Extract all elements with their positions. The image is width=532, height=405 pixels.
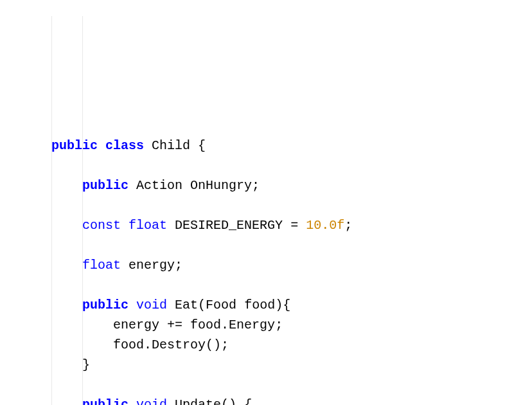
brace-open: { — [198, 138, 206, 153]
dot: . — [221, 318, 229, 332]
line: public class Child { — [51, 138, 206, 153]
operator-equals: = — [290, 218, 298, 233]
keyword-public: public — [51, 138, 98, 153]
keyword-float: float — [129, 218, 167, 233]
semicolon: ; — [275, 318, 283, 332]
semicolon: ; — [175, 258, 182, 273]
keyword-class: class — [105, 138, 144, 153]
paren-open: ( — [198, 298, 206, 312]
keyword-public: public — [82, 397, 129, 405]
paren-close: ) — [213, 338, 221, 352]
brace-open: { — [244, 397, 252, 405]
keyword-public: public — [82, 298, 129, 312]
identifier: OnHungry — [190, 178, 252, 193]
method-name: Destroy — [152, 338, 206, 352]
identifier: energy — [113, 318, 159, 332]
identifier: energy — [129, 258, 175, 273]
brace-open: { — [283, 298, 290, 312]
type-name: Child — [152, 138, 190, 153]
identifier: DESIRED_ENERGY — [175, 218, 283, 233]
operator-pluseq: += — [167, 318, 182, 332]
identifier: food — [190, 318, 221, 332]
brace-close: } — [82, 357, 90, 372]
keyword-public: public — [82, 178, 129, 193]
method-name: Eat — [175, 298, 198, 312]
line: public void Eat(Food food){ — [51, 298, 290, 312]
semicolon: ; — [252, 178, 260, 193]
line: public Action OnHungry; — [51, 178, 260, 193]
code-block: public class Child { public Action OnHun… — [51, 136, 532, 405]
number-literal: 10.0f — [306, 218, 344, 233]
keyword-float: float — [82, 258, 121, 273]
paren-close: ) — [275, 298, 283, 312]
type-name: Food — [206, 298, 236, 312]
line: const float DESIRED_ENERGY = 10.0f; — [51, 218, 352, 233]
line: food.Destroy(); — [51, 338, 229, 352]
param-name: food — [244, 298, 275, 312]
identifier: food — [113, 338, 144, 352]
method-name: Update — [175, 397, 221, 405]
keyword-void: void — [136, 397, 167, 405]
paren-open: ( — [206, 338, 213, 352]
line: } — [51, 357, 90, 372]
semicolon: ; — [344, 218, 352, 233]
paren-close: ) — [229, 397, 236, 405]
line: energy += food.Energy; — [51, 318, 283, 332]
line: public void Update() { — [51, 397, 252, 405]
paren-open: ( — [221, 397, 229, 405]
semicolon: ; — [221, 338, 229, 352]
dot: . — [144, 338, 152, 352]
line: float energy; — [51, 258, 182, 273]
keyword-void: void — [136, 298, 167, 312]
identifier: Energy — [229, 318, 275, 332]
type-name: Action — [136, 178, 182, 193]
keyword-const: const — [82, 218, 121, 233]
